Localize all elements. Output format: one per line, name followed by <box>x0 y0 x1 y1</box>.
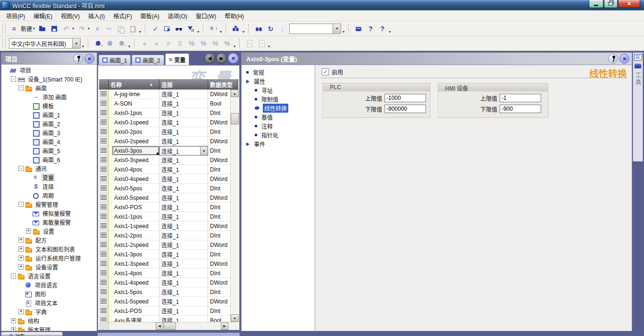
tag-row[interactable]: Axis0-5pos连接_1DInt <box>99 184 238 193</box>
tag-row[interactable]: Axis1-1pos连接_1DInt <box>99 212 238 221</box>
row-grip-icon[interactable] <box>99 184 109 193</box>
tag-connection-cell[interactable]: 连接_1 <box>159 156 208 165</box>
tree-expander-icon[interactable]: + <box>11 327 16 331</box>
project-tree-item[interactable]: -通讯 <box>1 164 97 173</box>
menu-item[interactable]: 格式(F) <box>109 11 136 21</box>
toolbar-overflow-icon[interactable]: ▾ <box>82 44 84 50</box>
row-grip-icon[interactable] <box>99 118 109 127</box>
tag-name-cell[interactable]: Axis1-5pos <box>112 287 159 297</box>
combo-dropdown-icon[interactable]: ▼ <box>72 39 80 48</box>
editor-tab[interactable]: ≡变量 <box>165 53 190 65</box>
row-grip-icon[interactable] <box>99 297 109 306</box>
objects-bar[interactable]: 对象 <box>1 332 63 336</box>
menu-item[interactable]: 选项(O) <box>164 11 192 21</box>
tab-close-button[interactable]: × <box>228 53 239 64</box>
tag-connection-cell[interactable]: 连接_1 <box>159 240 208 250</box>
tag-row[interactable]: Axis1-5speed连接_1DWord <box>99 297 238 306</box>
refresh-icon[interactable]: ↻ <box>265 24 276 34</box>
toolbar-overflow-icon[interactable]: ▾ <box>243 30 244 36</box>
tree-expander-icon[interactable]: + <box>18 238 24 243</box>
tag-name-cell[interactable]: A-jog-time <box>112 90 159 99</box>
tag-connection-cell[interactable]: 连接_1 <box>159 306 208 316</box>
row-grip-icon[interactable] <box>99 231 109 240</box>
project-tree-item[interactable]: +运行系统用户管理 <box>1 254 97 262</box>
column-header[interactable]: 连接 <box>159 79 208 90</box>
project-tree-item[interactable]: +设置 <box>1 227 97 236</box>
vertical-scroll-thumb[interactable] <box>231 113 239 124</box>
tree-expander-icon[interactable]: - <box>18 166 24 171</box>
tag-name-cell[interactable]: Axis1-POS <box>112 306 159 316</box>
project-tree-item[interactable]: 周期 <box>1 191 97 200</box>
tag-name-cell[interactable]: Axis1-4pos <box>112 269 159 278</box>
tag-name-cell[interactable]: Axis1-3speed <box>112 259 159 269</box>
property-nav-item[interactable]: 基值 <box>242 113 315 122</box>
restore-button[interactable] <box>604 0 618 8</box>
close-button[interactable] <box>618 0 640 8</box>
menu-item[interactable]: 编辑(E) <box>29 11 57 21</box>
project-tree-item[interactable]: -语言设置 <box>1 271 97 280</box>
menu-item[interactable]: 视图(V) <box>57 11 84 21</box>
project-tree-item[interactable]: 画面_5 <box>1 146 97 155</box>
tag-row[interactable]: Axis0-4speed连接_1DWord <box>99 174 238 184</box>
menu-item[interactable]: 插入(I) <box>84 11 109 21</box>
toolbar-overflow-icon[interactable]: ▾ <box>220 30 222 36</box>
tag-row[interactable]: Axis多速度连接_1Bool <box>99 316 238 322</box>
row-grip-icon[interactable] <box>99 269 109 278</box>
toolbar-overflow-icon[interactable]: ▾ <box>197 30 199 36</box>
project-tree-item[interactable]: 变量 <box>1 173 97 182</box>
scroll-down-icon[interactable] <box>231 314 239 322</box>
dropdown-arrow-icon[interactable]: ▾ <box>72 26 74 31</box>
property-nav-item[interactable]: 注释 <box>242 122 315 131</box>
row-grip-icon[interactable] <box>99 259 109 269</box>
tag-name-cell[interactable]: Axis1-2pos <box>112 231 159 240</box>
property-nav-item[interactable]: 属性 <box>242 77 315 86</box>
tag-row[interactable]: Axis0-1speed连接_1DWord <box>99 118 238 127</box>
toolbar-overflow-icon[interactable]: ▾ <box>234 44 235 50</box>
menu-item[interactable]: 面板(A) <box>136 11 164 21</box>
toolbar-overflow-icon[interactable]: ▾ <box>128 44 130 50</box>
tag-row[interactable]: Axis1-2pos连接_1DInt <box>99 231 238 240</box>
tag-row[interactable]: A-jog-time连接_1DWord <box>99 90 238 99</box>
project-tree-item[interactable]: 画面_1 <box>1 110 97 119</box>
row-grip-icon[interactable] <box>99 127 109 137</box>
generate-icon[interactable] <box>162 24 173 34</box>
tag-connection-cell[interactable]: 连接_1 <box>159 118 208 127</box>
dropdown-arrow-icon[interactable]: ▾ <box>33 26 35 31</box>
tree-expander-icon[interactable]: + <box>26 229 31 234</box>
row-grip-icon[interactable] <box>99 137 109 146</box>
tag-row[interactable]: Axis1-2speed连接_1DWord <box>99 240 238 250</box>
project-tree-item[interactable]: +版本管理 <box>1 325 97 331</box>
tag-connection-cell[interactable]: 连接_1 <box>159 137 208 146</box>
check-consistency-icon[interactable]: ✓ <box>150 24 161 34</box>
find-icon[interactable] <box>253 24 264 34</box>
toolbar-overflow-icon[interactable]: ▾ <box>343 30 344 36</box>
language-combo[interactable]: 中文(中华人民共和国)▼ <box>9 38 81 49</box>
preview-icon[interactable] <box>174 24 184 34</box>
tag-row[interactable]: Axis1-3speed连接_1DWord <box>99 259 238 269</box>
close-panel-icon[interactable]: × <box>619 54 629 64</box>
project-tree-item[interactable]: 画面_6 <box>1 155 97 164</box>
tag-connection-cell[interactable]: 连接_1 <box>159 231 208 240</box>
menu-item[interactable]: 窗口(W) <box>192 11 220 21</box>
project-tree-item[interactable]: 模拟量报警 <box>1 209 97 218</box>
tag-name-cell[interactable]: Axis0-1speed <box>112 118 159 127</box>
help-topics-icon[interactable]: ? <box>365 24 376 34</box>
combo-dropdown-icon[interactable]: ▼ <box>200 147 208 155</box>
project-tree-item[interactable]: 连接 <box>1 182 97 191</box>
tree-expander-icon[interactable]: + <box>18 309 24 314</box>
tag-row[interactable]: A-SON连接_1Bool <box>99 99 238 108</box>
tree-expander-icon[interactable]: + <box>18 255 24 261</box>
toolbar-overflow-icon[interactable]: ▾ <box>389 30 391 36</box>
tree-expander-icon[interactable]: - <box>18 202 24 207</box>
project-tree-item[interactable]: 项目文本 <box>1 298 97 307</box>
vertical-scrollbar[interactable] <box>230 90 238 322</box>
tag-row[interactable]: Axis1-3pos连接_1DInt <box>99 250 238 259</box>
toolbar-overflow-icon[interactable]: ▾ <box>139 30 141 36</box>
column-header[interactable]: 数据类型 <box>208 79 238 90</box>
tag-row[interactable]: Axis0-3pos连接_1▼DInt <box>99 146 238 156</box>
tag-name-cell[interactable]: Axis0-3pos <box>112 146 159 156</box>
row-grip-icon[interactable] <box>99 99 109 108</box>
tag-connection-cell[interactable]: 连接_1 <box>159 269 208 278</box>
project-tree-item[interactable]: +设备设置 <box>1 262 97 271</box>
tag-connection-cell[interactable]: 连接_1 <box>159 221 208 231</box>
